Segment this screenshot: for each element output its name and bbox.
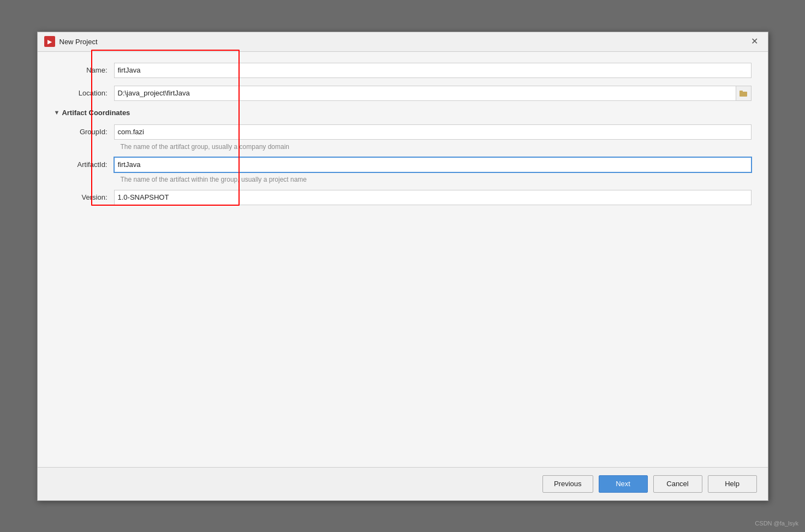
name-input[interactable] [114, 63, 752, 78]
svg-rect-1 [740, 91, 743, 93]
artifactid-row: ArtifactId: [54, 157, 752, 172]
dialog-footer: Previous Next Cancel Help [38, 467, 768, 500]
previous-button[interactable]: Previous [542, 475, 593, 493]
artifactid-label: ArtifactId: [54, 160, 114, 169]
groupid-row: GroupId: [54, 124, 752, 140]
version-label: Version: [54, 193, 114, 201]
location-input[interactable] [114, 86, 736, 101]
dialog-content: Name: Location: ▼ Artifact Coordinates [38, 52, 768, 467]
artifactid-hint: The name of the artifact within the grou… [121, 176, 752, 183]
groupid-input[interactable] [114, 124, 752, 140]
name-label: Name: [54, 66, 114, 74]
artifact-section-header: ▼ Artifact Coordinates [54, 109, 752, 117]
help-button[interactable]: Help [708, 475, 757, 493]
title-bar-left: ▶ New Project [44, 36, 98, 47]
groupid-hint: The name of the artifact group, usually … [121, 143, 752, 151]
location-row: Location: [54, 86, 752, 101]
dialog-title: New Project [59, 38, 98, 46]
title-bar: ▶ New Project ✕ [38, 32, 768, 52]
app-icon: ▶ [44, 36, 55, 47]
next-button[interactable]: Next [599, 475, 648, 493]
artifact-section-title: Artifact Coordinates [62, 109, 130, 117]
groupid-label: GroupId: [54, 128, 114, 136]
watermark: CSDN @fa_lsyk [755, 520, 798, 527]
new-project-dialog: ▶ New Project ✕ Name: Location: [37, 32, 768, 501]
cancel-button[interactable]: Cancel [653, 475, 702, 493]
folder-icon [740, 90, 747, 97]
location-input-wrap [114, 86, 752, 101]
location-label: Location: [54, 89, 114, 97]
version-row: Version: [54, 190, 752, 205]
section-toggle-icon[interactable]: ▼ [54, 109, 60, 116]
artifactid-input[interactable] [114, 157, 752, 172]
folder-browse-button[interactable] [736, 86, 752, 101]
name-row: Name: [54, 63, 752, 78]
close-button[interactable]: ✕ [748, 36, 761, 47]
version-input[interactable] [114, 190, 752, 205]
